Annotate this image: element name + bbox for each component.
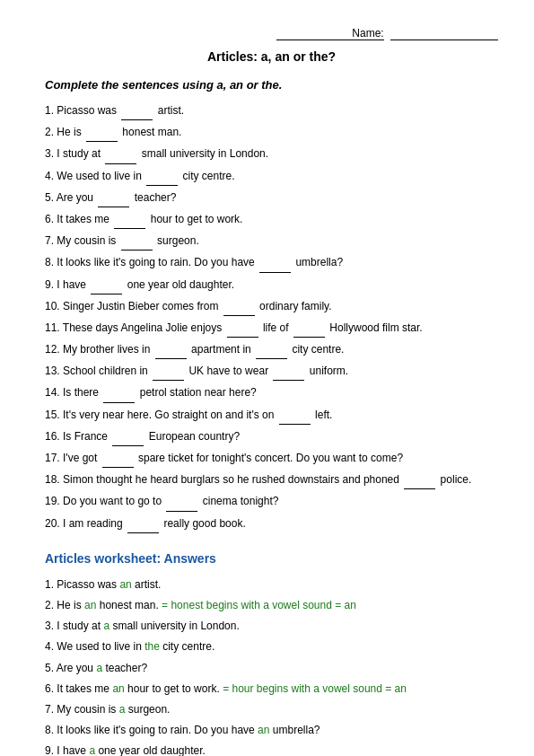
blank xyxy=(86,124,118,142)
list-item: Singer Justin Bieber comes from ordinary… xyxy=(45,298,498,316)
answers-list: Picasso was an artist. He is an honest m… xyxy=(45,576,498,756)
list-item: These days Angelina Jolie enjoys life of… xyxy=(45,320,498,338)
answers-title: Articles worksheet: Answers xyxy=(45,551,498,566)
list-item: I am reading really good book. xyxy=(45,515,498,533)
list-item: School children in UK have to wear unifo… xyxy=(45,363,498,381)
name-blank xyxy=(390,27,498,40)
blank xyxy=(153,363,184,381)
blank xyxy=(155,341,187,359)
blank xyxy=(166,493,197,511)
answer-word: an xyxy=(258,724,269,736)
list-item: We used to live in city centre. xyxy=(45,168,498,186)
blank xyxy=(114,211,145,229)
answer-word: an xyxy=(112,682,124,695)
blank xyxy=(103,384,135,402)
blank xyxy=(127,515,159,533)
blank xyxy=(256,341,287,359)
list-item: I study at small university in London. xyxy=(45,145,498,163)
section1-title: Complete the sentences using a, an or th… xyxy=(45,78,498,92)
list-item: Are you a teacher? xyxy=(45,660,498,677)
note-text: = honest begins with a vowel sound = an xyxy=(159,599,356,611)
blank xyxy=(105,145,136,163)
list-item: Are you teacher? xyxy=(45,189,498,207)
list-item: It looks like it's going to rain. Do you… xyxy=(45,722,498,739)
blank xyxy=(293,320,325,338)
list-item: I have one year old daughter. xyxy=(45,277,498,294)
name-label: Name: xyxy=(276,27,384,40)
blank xyxy=(227,320,258,338)
list-item: Is there petrol station near here? xyxy=(45,384,498,402)
list-item: It takes me hour to get to work. xyxy=(45,211,498,229)
list-item: Do you want to go to cinema tonight? xyxy=(45,493,498,511)
answer-word: a xyxy=(89,744,95,756)
blank xyxy=(259,254,291,272)
name-field: Name: xyxy=(45,27,498,40)
sentences-list: Picasso was artist. He is honest man. I … xyxy=(45,102,498,533)
list-item: I study at a small university in London. xyxy=(45,618,498,635)
blank xyxy=(112,428,144,446)
blank xyxy=(404,471,435,489)
answer-word: the xyxy=(144,640,160,653)
answer-word: a xyxy=(103,620,109,632)
note-text: = hour begins with a vowel sound = an xyxy=(220,682,407,695)
blank xyxy=(279,407,311,425)
answer-word: an xyxy=(119,578,131,591)
list-item: We used to live in the city centre. xyxy=(45,638,498,655)
blank xyxy=(223,298,255,316)
list-item: My cousin is surgeon. xyxy=(45,233,498,251)
list-item: It takes me an hour to get to work. = ho… xyxy=(45,681,498,698)
list-item: My cousin is a surgeon. xyxy=(45,701,498,718)
blank xyxy=(146,168,178,186)
blank xyxy=(121,233,153,251)
list-item: It looks like it's going to rain. Do you… xyxy=(45,254,498,272)
list-item: Picasso was an artist. xyxy=(45,576,498,593)
main-title: Articles: a, an or the? xyxy=(45,49,498,64)
list-item: Picasso was artist. xyxy=(45,102,498,120)
list-item: I've got spare ticket for tonight's conc… xyxy=(45,450,498,468)
answer-word: a xyxy=(119,703,126,716)
list-item: My brother lives in apartment in city ce… xyxy=(45,341,498,359)
answer-word: a xyxy=(96,662,102,674)
blank xyxy=(98,189,129,207)
blank xyxy=(121,102,153,120)
list-item: Simon thought he heard burglars so he ru… xyxy=(45,471,498,489)
list-item: It's very near here. Go straight on and … xyxy=(45,407,498,425)
list-item: He is an honest man. = honest begins wit… xyxy=(45,597,498,614)
list-item: He is honest man. xyxy=(45,124,498,142)
list-item: I have a one year old daughter. xyxy=(45,743,498,756)
blank xyxy=(102,450,134,468)
list-item: Is France European country? xyxy=(45,428,498,446)
blank xyxy=(273,363,304,381)
answer-word: an xyxy=(84,599,96,611)
blank xyxy=(91,277,122,294)
